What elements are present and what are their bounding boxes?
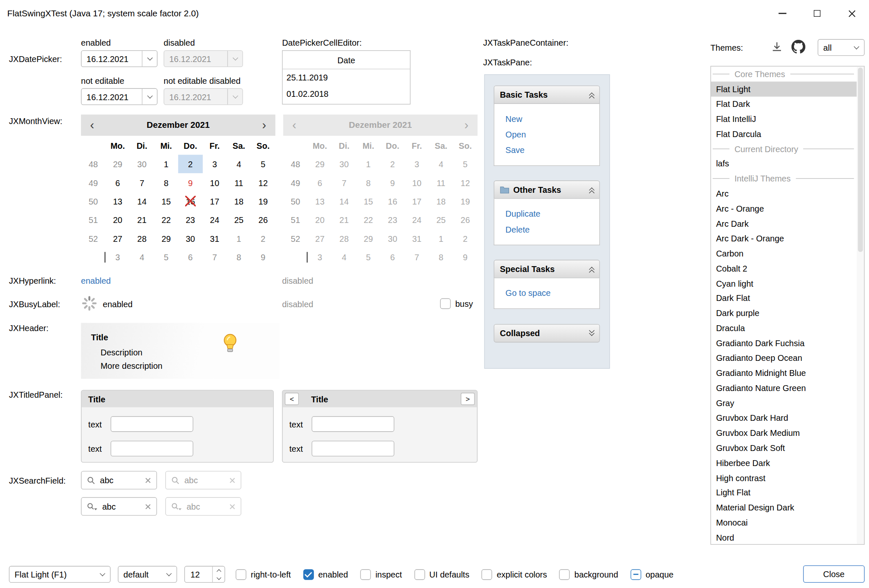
text-input[interactable]: [312, 441, 394, 456]
calendar-day[interactable]: 6: [178, 248, 202, 267]
datepicker-enabled[interactable]: 16.12.2021: [81, 50, 158, 67]
minimize-button[interactable]: [765, 0, 800, 27]
calendar-day[interactable]: 31: [202, 229, 227, 248]
theme-item[interactable]: Material Design Dark: [711, 500, 857, 515]
checkbox-box[interactable]: [303, 569, 313, 580]
calendar-day[interactable]: 9: [251, 248, 275, 267]
calendar-day[interactable]: 3: [106, 248, 130, 267]
theme-item[interactable]: Dracula: [711, 321, 857, 336]
theme-item[interactable]: Arc: [711, 186, 857, 201]
busy-checkbox[interactable]: [440, 298, 450, 309]
search-field-1[interactable]: abc: [81, 471, 157, 490]
checkbox-box[interactable]: [482, 569, 492, 580]
task-link[interactable]: Duplicate: [494, 206, 600, 222]
checkbox-enabled[interactable]: enabled: [303, 569, 348, 580]
checkbox-background[interactable]: background: [559, 569, 618, 580]
theme-item[interactable]: Gradianto Deep Ocean: [711, 351, 857, 366]
calendar-day[interactable]: 30: [130, 155, 154, 174]
calendar-day[interactable]: 12: [251, 174, 275, 192]
checkbox-box[interactable]: [236, 569, 246, 580]
theme-item[interactable]: Dark Flat: [711, 291, 857, 306]
theme-item[interactable]: Light Flat: [711, 485, 857, 500]
theme-item[interactable]: Flat Light: [711, 81, 857, 96]
calendar-day[interactable]: 25: [227, 211, 251, 230]
checkbox-ui-defaults[interactable]: UI defaults: [414, 569, 470, 580]
calendar-day[interactable]: 23: [178, 211, 202, 230]
theme-list-scrollbar[interactable]: [857, 67, 864, 544]
task-link[interactable]: Go to space: [494, 285, 600, 301]
calendar-day[interactable]: 2: [178, 155, 202, 174]
download-icon[interactable]: [771, 41, 783, 53]
clear-icon[interactable]: [145, 477, 151, 484]
panel-right-button[interactable]: >: [461, 393, 475, 405]
checkbox-inspect[interactable]: inspect: [360, 569, 402, 580]
github-icon[interactable]: [791, 40, 805, 54]
style-combo[interactable]: default: [118, 566, 177, 583]
theme-item[interactable]: Flat Darcula: [711, 126, 857, 141]
calendar-day[interactable]: 26: [251, 211, 275, 230]
calendar-day[interactable]: 7: [130, 174, 154, 192]
chevron-down-icon[interactable]: [142, 89, 157, 104]
spinner-down-icon[interactable]: [213, 574, 225, 582]
checkbox-box[interactable]: [631, 569, 641, 580]
clear-icon[interactable]: [145, 503, 151, 510]
search-field-3[interactable]: abc: [81, 497, 157, 515]
theme-item[interactable]: Gradianto Dark Fuchsia: [711, 336, 857, 351]
calendar-day[interactable]: 24: [202, 211, 227, 230]
checkbox-box[interactable]: [559, 569, 570, 580]
calendar-day[interactable]: 29: [106, 155, 130, 174]
font-size-spinner[interactable]: 12: [184, 566, 225, 583]
text-input[interactable]: [111, 441, 193, 456]
taskpane-header[interactable]: Other Tasks: [494, 181, 600, 199]
theme-item[interactable]: Dark purple: [711, 306, 857, 321]
calendar-day[interactable]: 17: [202, 192, 227, 211]
taskpane-header[interactable]: Collapsed: [494, 324, 600, 342]
monthview-enabled[interactable]: Dezember 2021 Mo.Di.Mi.Do.Fr.Sa.So.48293…: [81, 114, 275, 267]
close-button[interactable]: Close: [803, 565, 865, 583]
theme-item[interactable]: Flat IntelliJ: [711, 111, 857, 127]
chevron-down-icon[interactable]: [161, 567, 176, 582]
themes-filter-combo[interactable]: all: [818, 39, 865, 56]
spinner-up-icon[interactable]: [213, 567, 225, 575]
calendar-day[interactable]: 10: [202, 174, 227, 192]
calendar-day[interactable]: 28: [130, 229, 154, 248]
panel-left-button[interactable]: <: [285, 393, 299, 405]
task-link[interactable]: New: [494, 111, 600, 127]
calendar-day[interactable]: 14: [130, 192, 154, 211]
collapse-icon[interactable]: [590, 92, 594, 97]
checkbox-box[interactable]: [414, 569, 425, 580]
theme-item[interactable]: Gruvbox Dark Soft: [711, 440, 857, 456]
calendar-day[interactable]: 4: [227, 155, 251, 174]
checkbox-right-to-left[interactable]: right-to-left: [236, 569, 291, 580]
search-value[interactable]: abc: [100, 475, 140, 485]
calendar-day[interactable]: 18: [227, 192, 251, 211]
checkbox-explicit-colors[interactable]: explicit colors: [482, 569, 547, 580]
text-input[interactable]: [312, 416, 394, 432]
theme-item[interactable]: Nord: [711, 530, 857, 544]
busy-checkbox-row[interactable]: busy: [440, 298, 473, 309]
table-row[interactable]: 01.02.2018: [282, 85, 410, 102]
chevron-down-icon[interactable]: [849, 40, 864, 55]
hyperlink-enabled[interactable]: enabled: [81, 276, 111, 286]
prev-month-icon[interactable]: [81, 115, 103, 135]
calendar-day[interactable]: 21: [130, 211, 154, 230]
next-month-icon[interactable]: [253, 115, 275, 135]
calendar-day[interactable]: 16: [178, 192, 202, 211]
theme-item[interactable]: Gruvbox Dark Hard: [711, 410, 857, 425]
expand-icon[interactable]: [590, 330, 594, 336]
task-link[interactable]: Save: [494, 142, 600, 158]
calendar-day[interactable]: 1: [227, 229, 251, 248]
close-window-button[interactable]: [835, 0, 869, 27]
theme-item[interactable]: High contrast: [711, 470, 857, 485]
table-row[interactable]: 25.11.2019: [282, 69, 410, 85]
calendar-day[interactable]: 13: [106, 192, 130, 211]
calendar-day[interactable]: 3: [202, 155, 227, 174]
theme-item[interactable]: Gradianto Nature Green: [711, 381, 857, 396]
calendar-day[interactable]: 5: [154, 248, 178, 267]
calendar-day[interactable]: 1: [154, 155, 178, 174]
theme-item[interactable]: Gradianto Midnight Blue: [711, 365, 857, 381]
maximize-button[interactable]: [800, 0, 835, 27]
table-column-header[interactable]: Date: [282, 51, 410, 69]
theme-item[interactable]: Flat Dark: [711, 96, 857, 111]
theme-item[interactable]: Arc - Orange: [711, 201, 857, 216]
